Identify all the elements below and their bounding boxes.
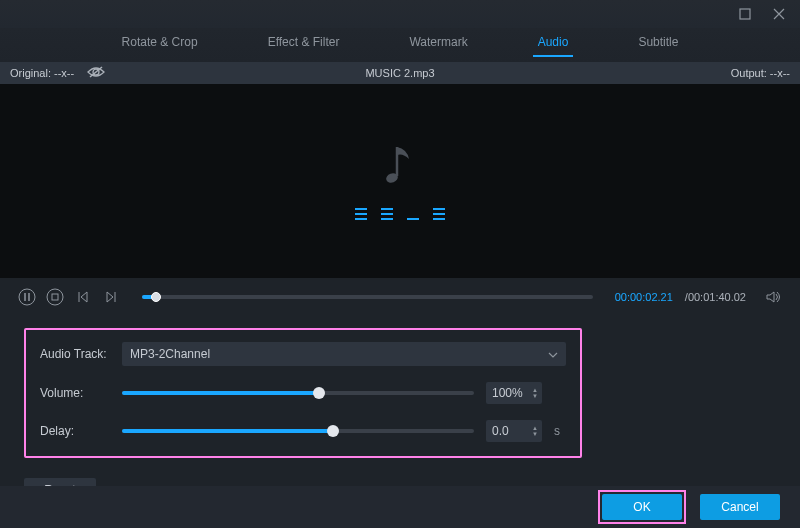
ok-highlight: OK	[598, 490, 686, 524]
original-label: Original: --x--	[10, 67, 74, 79]
svg-point-3	[19, 289, 35, 305]
footer: OK Cancel	[0, 486, 800, 528]
visibility-off-icon[interactable]	[86, 65, 106, 81]
delay-value: 0.0	[492, 424, 509, 438]
tab-audio[interactable]: Audio	[538, 35, 569, 49]
next-icon[interactable]	[102, 288, 120, 306]
audio-track-select[interactable]: MP3-2Channel	[122, 342, 566, 366]
delay-slider[interactable]	[122, 429, 474, 433]
file-name: MUSIC 2.mp3	[365, 67, 434, 79]
tab-subtitle[interactable]: Subtitle	[638, 35, 678, 49]
stop-icon[interactable]	[46, 288, 64, 306]
svg-rect-0	[740, 9, 750, 19]
highlighted-settings-box: Audio Track: MP3-2Channel Volume: 100% ▲…	[24, 328, 582, 458]
close-icon[interactable]	[770, 5, 788, 23]
previous-icon[interactable]	[74, 288, 92, 306]
volume-label: Volume:	[40, 386, 110, 400]
player-controls: 00:00:02.21 /00:01:40.02	[0, 278, 800, 316]
current-time: 00:00:02.21	[615, 291, 673, 303]
svg-rect-5	[52, 294, 58, 300]
maximize-icon[interactable]	[736, 5, 754, 23]
pause-icon[interactable]	[18, 288, 36, 306]
preview-area	[0, 84, 800, 278]
audio-settings: Audio Track: MP3-2Channel Volume: 100% ▲…	[0, 316, 800, 464]
volume-icon[interactable]	[764, 288, 782, 306]
tab-watermark[interactable]: Watermark	[409, 35, 467, 49]
delay-label: Delay:	[40, 424, 110, 438]
cancel-button[interactable]: Cancel	[700, 494, 780, 520]
audio-track-value: MP3-2Channel	[130, 347, 210, 361]
volume-slider[interactable]	[122, 391, 474, 395]
output-label: Output: --x--	[731, 67, 790, 79]
infobar: Original: --x-- MUSIC 2.mp3 Output: --x-…	[0, 62, 800, 84]
ok-button[interactable]: OK	[602, 494, 682, 520]
volume-stepper[interactable]: 100% ▲▼	[486, 382, 542, 404]
tab-rotate-crop[interactable]: Rotate & Crop	[122, 35, 198, 49]
tab-effect-filter[interactable]: Effect & Filter	[268, 35, 340, 49]
audio-track-label: Audio Track:	[40, 347, 110, 361]
delay-unit: s	[554, 424, 566, 438]
delay-stepper[interactable]: 0.0 ▲▼	[486, 420, 542, 442]
equalizer-icon	[355, 208, 445, 220]
svg-point-4	[47, 289, 63, 305]
seek-slider[interactable]	[142, 295, 593, 299]
music-note-icon	[383, 143, 417, 190]
volume-value: 100%	[492, 386, 523, 400]
duration-time: /00:01:40.02	[685, 291, 746, 303]
tabbar: Rotate & Crop Effect & Filter Watermark …	[0, 28, 800, 62]
titlebar	[0, 0, 800, 28]
chevron-down-icon	[548, 347, 558, 361]
